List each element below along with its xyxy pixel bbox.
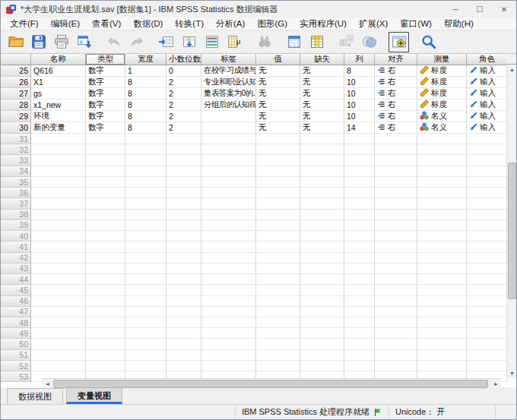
cell-values[interactable]	[256, 350, 300, 361]
cell-name[interactable]	[31, 220, 86, 231]
cell-align[interactable]	[375, 210, 417, 220]
cell-align[interactable]	[375, 177, 417, 188]
cell-role[interactable]	[467, 264, 508, 274]
cell-columns[interactable]	[344, 339, 375, 349]
cell-columns[interactable]	[344, 350, 375, 361]
cell-type[interactable]	[86, 155, 125, 166]
cell-missing[interactable]	[300, 264, 344, 274]
cell-width[interactable]	[125, 231, 167, 242]
cell-missing[interactable]	[300, 307, 344, 317]
cell-measure[interactable]	[417, 155, 467, 166]
maximize-button[interactable]: ☐	[468, 1, 492, 17]
cell-columns[interactable]	[344, 155, 375, 166]
cell-width[interactable]	[125, 242, 167, 252]
cell-measure[interactable]: 标度	[417, 99, 467, 111]
row-number[interactable]: 36	[1, 188, 31, 198]
cell-decimals[interactable]	[167, 198, 201, 209]
cell-columns[interactable]	[344, 210, 375, 220]
cell-type[interactable]	[86, 350, 125, 361]
value-labels-button[interactable]	[389, 32, 409, 52]
row-number[interactable]: 46	[1, 296, 31, 307]
minimize-button[interactable]: ─	[443, 1, 468, 17]
cell-name[interactable]	[31, 307, 86, 317]
cell-name[interactable]	[31, 350, 86, 361]
cell-name[interactable]	[31, 242, 86, 252]
cell-decimals[interactable]	[167, 134, 201, 144]
cell-align[interactable]	[375, 339, 417, 349]
cell-missing[interactable]	[300, 328, 344, 339]
cell-measure[interactable]: 名义	[417, 111, 467, 122]
cell-decimals[interactable]	[167, 220, 201, 231]
search-button[interactable]	[418, 32, 439, 52]
cell-label[interactable]	[201, 177, 256, 188]
cell-measure[interactable]: 标度	[417, 88, 467, 99]
cell-values[interactable]: 无	[256, 88, 300, 99]
cell-type[interactable]	[86, 210, 125, 220]
cell-measure[interactable]: 名义	[417, 122, 467, 134]
cell-role[interactable]	[467, 231, 508, 242]
cell-width[interactable]	[125, 144, 167, 155]
cell-measure[interactable]	[417, 134, 467, 144]
cell-decimals[interactable]: 2	[167, 77, 201, 88]
cell-label[interactable]	[201, 274, 256, 285]
cell-measure[interactable]	[417, 264, 467, 274]
menu-item-utilities[interactable]: 实用程序(U)	[293, 17, 353, 30]
row-number[interactable]: 42	[1, 253, 31, 264]
row-number[interactable]: 32	[1, 144, 31, 155]
cell-role[interactable]	[467, 296, 508, 307]
cell-values[interactable]: 无	[256, 77, 300, 88]
cell-measure[interactable]	[417, 198, 467, 209]
cell-missing[interactable]: 无	[300, 88, 344, 99]
cell-missing[interactable]: 无	[300, 77, 344, 88]
cell-name[interactable]	[31, 264, 86, 274]
cell-type[interactable]	[86, 264, 125, 274]
cell-decimals[interactable]	[167, 317, 201, 328]
cell-measure[interactable]	[417, 231, 467, 242]
column-header-decimals[interactable]: 小数位数	[167, 54, 201, 65]
cell-missing[interactable]	[300, 144, 344, 155]
cell-name[interactable]	[31, 210, 86, 220]
cell-values[interactable]	[256, 144, 300, 155]
cell-name[interactable]: Q616	[31, 65, 86, 77]
cell-columns[interactable]: 10	[344, 99, 375, 111]
insert-cases-button[interactable]	[284, 32, 304, 52]
cell-values[interactable]	[256, 220, 300, 231]
menu-item-view[interactable]: 查看(V)	[86, 17, 127, 30]
cell-columns[interactable]	[344, 274, 375, 285]
cell-label[interactable]	[201, 220, 256, 231]
cell-values[interactable]	[256, 253, 300, 264]
cell-type[interactable]	[86, 144, 125, 155]
cell-columns[interactable]	[344, 264, 375, 274]
cell-type[interactable]	[86, 253, 125, 264]
cell-label[interactable]	[201, 339, 256, 349]
cell-width[interactable]	[125, 274, 167, 285]
cell-decimals[interactable]	[167, 210, 201, 220]
cell-align[interactable]	[375, 328, 417, 339]
cell-decimals[interactable]: 2	[167, 122, 201, 134]
cell-decimals[interactable]	[167, 285, 201, 295]
cell-role[interactable]	[467, 339, 508, 349]
cell-columns[interactable]	[344, 307, 375, 317]
cell-missing[interactable]	[300, 253, 344, 264]
cell-measure[interactable]	[417, 188, 467, 198]
cell-label[interactable]	[201, 122, 256, 134]
cell-values[interactable]: 无	[256, 122, 300, 134]
scroll-up-arrow-icon[interactable]: ▲	[507, 65, 517, 74]
row-number[interactable]: 30	[1, 122, 31, 134]
goto-case-button[interactable]	[156, 32, 176, 52]
scroll-right-arrow-icon[interactable]: ►	[491, 379, 501, 389]
cell-columns[interactable]	[344, 253, 375, 264]
cell-type[interactable]	[86, 285, 125, 295]
cell-align[interactable]	[375, 285, 417, 295]
cell-values[interactable]	[256, 177, 300, 188]
cell-decimals[interactable]	[167, 253, 201, 264]
cell-values[interactable]: 无	[256, 99, 300, 111]
cell-role[interactable]	[467, 361, 508, 371]
cell-missing[interactable]: 无	[300, 111, 344, 122]
cell-columns[interactable]	[344, 242, 375, 252]
cell-width[interactable]: 8	[125, 122, 167, 134]
row-number[interactable]: 50	[1, 339, 31, 349]
cell-measure[interactable]	[417, 253, 467, 264]
cell-align[interactable]	[375, 188, 417, 198]
cell-type[interactable]: 数字	[86, 65, 125, 77]
